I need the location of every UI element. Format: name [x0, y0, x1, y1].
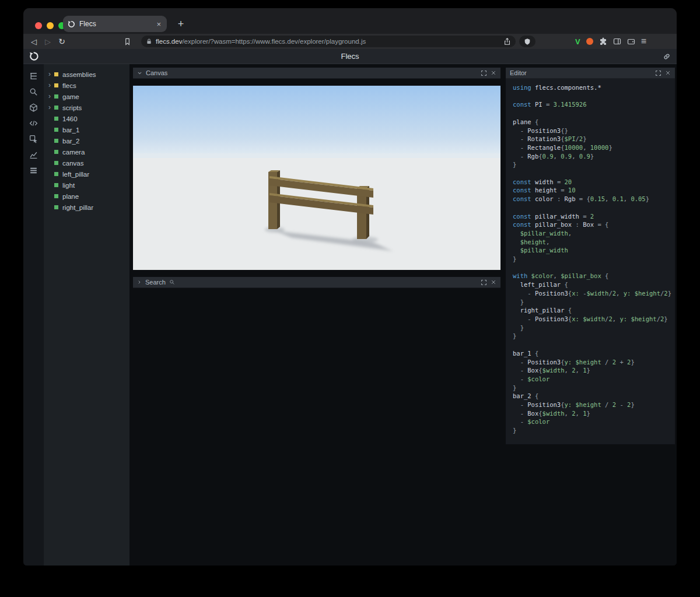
back-button[interactable]: ◁ [27, 37, 41, 46]
code-line[interactable]: bar_1 { [513, 349, 671, 358]
expander-icon[interactable]: › [48, 80, 54, 91]
code-line[interactable]: - $color [513, 375, 671, 384]
code-line[interactable]: } [513, 160, 671, 169]
code-editor-content[interactable]: using flecs.components.* const PI = 3.14… [506, 79, 675, 444]
code-line[interactable] [513, 109, 671, 118]
stats-chart-icon[interactable] [29, 150, 38, 159]
queries-list-icon[interactable] [29, 166, 38, 175]
tree-item-bar_1[interactable]: bar_1 [44, 124, 130, 135]
code-line[interactable]: const pillar_width = 2 [513, 212, 671, 221]
brave-shield-button[interactable] [519, 36, 536, 47]
search-icon[interactable] [29, 87, 38, 96]
code-line[interactable]: - $color [513, 417, 671, 426]
code-line[interactable]: $height, [513, 238, 671, 247]
code-line[interactable]: - Rgb{0.9, 0.9, 0.9} [513, 152, 671, 161]
canvas-viewport-scene[interactable] [133, 86, 501, 270]
tree-item-label: right_pillar [62, 204, 93, 211]
tree-item-plane[interactable]: plane [44, 191, 130, 202]
canvas-panel-header[interactable]: Canvas [133, 68, 501, 79]
tree-item-right_pillar[interactable]: right_pillar [44, 202, 130, 213]
code-line[interactable]: const height = 10 [513, 186, 671, 195]
tree-view-icon[interactable] [29, 71, 38, 80]
code-line[interactable]: const color : Rgb = {0.15, 0.1, 0.05} [513, 195, 671, 203]
browser-tab[interactable]: Flecs × [63, 16, 167, 32]
tree-item-assemblies[interactable]: ›assemblies [44, 69, 130, 80]
tab-close-button[interactable]: × [155, 20, 162, 29]
code-line[interactable]: - Position3{y: $height / 2 - 2} [513, 401, 671, 409]
tree-item-1460[interactable]: 1460 [44, 113, 130, 124]
code-line[interactable]: $pillar_width [513, 246, 671, 255]
expand-panel-icon[interactable] [481, 279, 487, 286]
code-line[interactable]: with $color, $pillar_box { [513, 272, 671, 280]
code-line[interactable] [513, 169, 671, 178]
extensions-puzzle-icon[interactable] [599, 37, 607, 45]
code-line[interactable]: - Position3{x: -$width/2, y: $height/2} [513, 289, 671, 298]
expander-icon[interactable]: › [48, 69, 54, 80]
editor-panel-header[interactable]: Editor [506, 68, 675, 79]
tree-item-left_pillar[interactable]: left_pillar [44, 168, 130, 180]
close-panel-icon[interactable] [665, 70, 671, 76]
code-line[interactable] [513, 340, 671, 349]
code-line[interactable]: - Position3{x: $width/2, y: $height/2} [513, 315, 671, 324]
code-line[interactable]: - Rotation3{$PI/2} [513, 135, 671, 143]
minimize-window-button[interactable] [47, 22, 54, 29]
code-line[interactable]: using flecs.components.* [513, 83, 671, 92]
code-line[interactable]: } [513, 324, 671, 332]
tree-item-light[interactable]: light [44, 180, 130, 191]
entities-cube-icon[interactable] [29, 103, 38, 112]
chevron-right-icon[interactable] [137, 280, 142, 285]
tree-item-camera[interactable]: camera [44, 146, 130, 157]
code-line[interactable]: } [513, 426, 671, 435]
code-line[interactable] [513, 264, 671, 272]
reload-button[interactable]: ↻ [55, 37, 69, 46]
code-line[interactable]: - Box{$width, 2, 1} [513, 366, 671, 375]
code-line[interactable]: bar_2 { [513, 392, 671, 401]
code-line[interactable]: - Position3{y: $height / 2 + 2} [513, 358, 671, 367]
tree-item-label: canvas [62, 160, 83, 167]
close-panel-icon[interactable] [491, 70, 496, 76]
code-line[interactable]: const width = 20 [513, 178, 671, 187]
tree-item-flecs[interactable]: ›flecs [44, 80, 130, 91]
code-line[interactable]: const pillar_box : Box = { [513, 220, 671, 229]
code-line[interactable] [513, 92, 671, 101]
extension-v-icon[interactable]: V [575, 37, 580, 46]
share-icon[interactable] [503, 37, 511, 45]
chevron-down-icon[interactable] [137, 71, 142, 76]
close-panel-icon[interactable] [491, 279, 496, 285]
close-window-button[interactable] [35, 22, 42, 29]
forward-button[interactable]: ▷ [41, 37, 55, 46]
code-line[interactable]: plane { [513, 118, 671, 127]
search-panel-header[interactable]: Search [133, 277, 501, 288]
code-line[interactable]: - Rectangle{10000, 10000} [513, 143, 671, 152]
code-line[interactable]: - Box{$width, 2, 1} [513, 409, 671, 418]
tree-item-bar_2[interactable]: bar_2 [44, 135, 130, 146]
tree-item-game[interactable]: ›game [44, 91, 130, 102]
code-line[interactable]: } [513, 332, 671, 340]
code-line[interactable]: const PI = 3.1415926 [513, 100, 671, 109]
code-line[interactable]: - Position3{} [513, 127, 671, 135]
address-bar[interactable]: flecs.dev /explorer/?wasm=https://www.fl… [141, 36, 516, 47]
menu-icon[interactable]: ≡ [641, 36, 646, 47]
expander-icon[interactable]: › [48, 102, 54, 113]
code-line[interactable] [513, 203, 671, 212]
tree-item-canvas[interactable]: canvas [44, 157, 130, 168]
inspector-icon[interactable] [29, 134, 38, 143]
entity-color-swatch [54, 194, 58, 198]
code-line[interactable]: $pillar_width, [513, 229, 671, 238]
expand-panel-icon[interactable] [655, 70, 662, 76]
expander-icon[interactable]: › [48, 91, 54, 102]
code-icon[interactable] [29, 118, 38, 128]
code-line[interactable]: left_pillar { [513, 280, 671, 289]
code-line[interactable]: } [513, 255, 671, 264]
expand-panel-icon[interactable] [481, 70, 487, 76]
tree-item-scripts[interactable]: ›scripts [44, 102, 130, 113]
wallet-icon[interactable] [627, 37, 635, 45]
new-tab-button[interactable]: + [173, 16, 189, 32]
code-line[interactable]: right_pillar { [513, 306, 671, 315]
code-line[interactable]: } [513, 384, 671, 392]
sidebar-toggle-icon[interactable] [613, 37, 621, 45]
link-icon[interactable] [663, 52, 671, 61]
bookmark-icon[interactable] [124, 37, 138, 45]
extension-orange-icon[interactable] [586, 38, 593, 45]
code-line[interactable]: } [513, 298, 671, 307]
